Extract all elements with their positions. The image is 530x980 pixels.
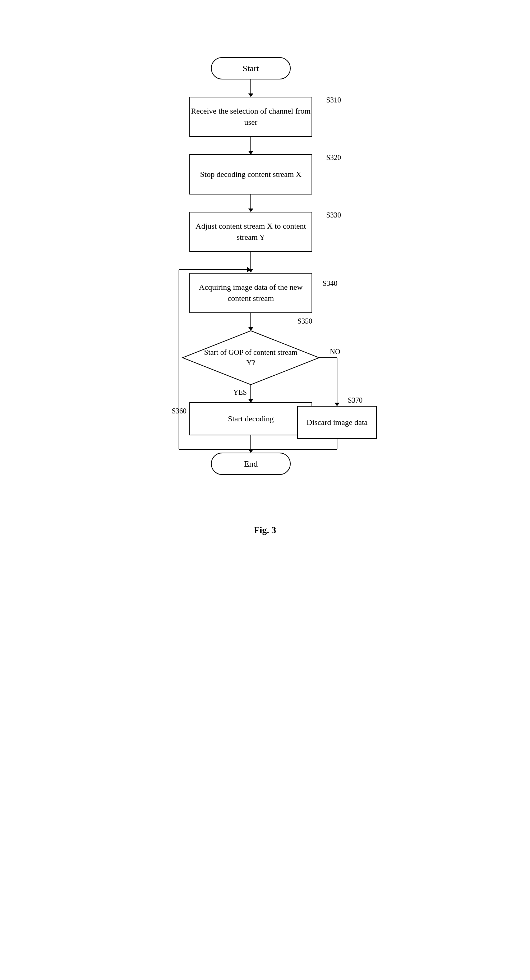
svg-text:NO: NO bbox=[330, 348, 340, 356]
svg-text:S330: S330 bbox=[326, 211, 341, 219]
svg-text:S370: S370 bbox=[348, 396, 363, 404]
svg-text:End: End bbox=[244, 459, 258, 468]
svg-text:S310: S310 bbox=[326, 96, 341, 104]
svg-marker-28 bbox=[248, 449, 253, 453]
svg-marker-23 bbox=[248, 399, 253, 402]
svg-marker-19 bbox=[248, 327, 253, 331]
svg-text:S340: S340 bbox=[323, 279, 337, 287]
svg-text:YES: YES bbox=[233, 388, 247, 396]
svg-marker-3 bbox=[248, 94, 253, 97]
svg-marker-11 bbox=[248, 208, 253, 212]
svg-marker-34 bbox=[335, 402, 340, 406]
page: StartS310Receive the selection of channe… bbox=[121, 0, 409, 980]
svg-marker-7 bbox=[248, 151, 253, 154]
svg-text:S320: S320 bbox=[326, 154, 341, 161]
svg-text:Start: Start bbox=[243, 64, 259, 73]
svg-text:S350: S350 bbox=[298, 317, 312, 325]
fig-caption: Fig. 3 bbox=[254, 525, 276, 536]
